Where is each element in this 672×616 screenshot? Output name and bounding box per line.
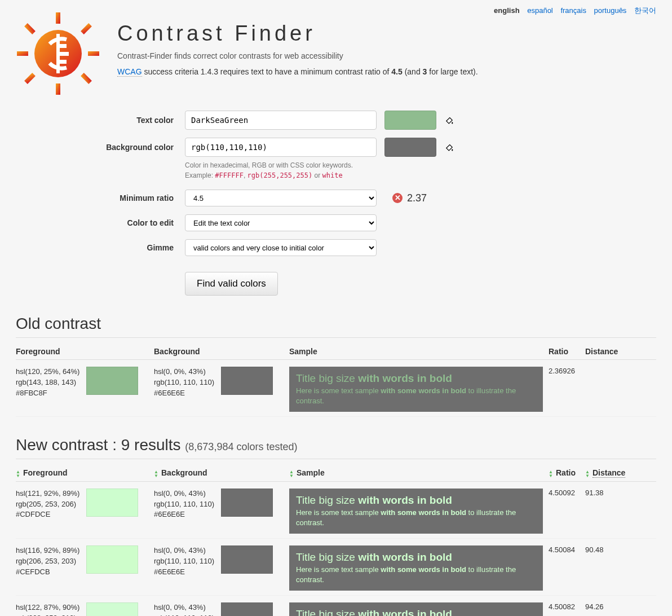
ratio-value: 4.50082	[549, 602, 585, 611]
wcag-note: WCAG success criteria 1.4.3 requires tex…	[117, 67, 478, 76]
text-color-label: Text color	[16, 116, 185, 125]
paint-bucket-icon[interactable]	[444, 115, 454, 125]
distance-value: 91.38	[585, 489, 627, 497]
sample-box: Title big size with words in bold Here i…	[289, 545, 543, 591]
th-sample: Sample	[289, 347, 549, 356]
fg-values: hsl(116, 92%, 89%)rgb(206, 253, 203)#CEF…	[16, 545, 79, 578]
header: Contrast Finder Contrast-Finder finds co…	[16, 11, 656, 96]
svg-rect-4	[24, 23, 36, 34]
sort-icon	[289, 470, 295, 478]
fg-swatch	[86, 367, 138, 395]
sort-icon	[154, 470, 160, 478]
fg-values: hsl(122, 87%, 90%)rgb(208, 252, 210)#D0F…	[16, 602, 79, 616]
svg-rect-3	[88, 51, 99, 56]
svg-rect-9	[56, 44, 67, 48]
fg-values: hsl(120, 25%, 64%)rgb(143, 188, 143)#8FB…	[16, 367, 79, 399]
sample-box: Title big size with words in bold Here i…	[289, 367, 543, 412]
bg-swatch	[221, 602, 273, 616]
sample-box: Title big size with words in bold Here i…	[289, 489, 543, 534]
bg-values: hsl(0, 0%, 43%)rgb(110, 110, 110)#6E6E6E	[154, 489, 214, 521]
submit-button[interactable]: Find valid colors	[185, 272, 278, 296]
sort-icon	[549, 470, 554, 478]
sort-icon	[16, 470, 21, 478]
bg-swatch	[221, 545, 273, 574]
lang-english[interactable]: english	[494, 6, 520, 15]
table-row: hsl(122, 87%, 90%)rgb(208, 252, 210)#D0F…	[16, 596, 656, 616]
table-row: hsl(116, 92%, 89%)rgb(206, 253, 203)#CEF…	[16, 539, 656, 596]
color-help-text: Color in hexadecimal, RGB or with CSS co…	[185, 160, 656, 181]
wcag-link[interactable]: WCAG	[117, 67, 142, 77]
svg-rect-10	[56, 52, 69, 56]
table-row: hsl(120, 25%, 64%)rgb(143, 188, 143)#8FB…	[16, 360, 656, 417]
lang-espanol[interactable]: español	[527, 6, 553, 15]
sample-box: Title big size with words in bold Here i…	[289, 602, 543, 616]
distance-value: 94.26	[585, 602, 627, 611]
page-subtitle: Contrast-Finder finds correct color cont…	[117, 51, 478, 60]
sort-icon	[585, 470, 591, 478]
th-background[interactable]: Background	[154, 468, 289, 477]
svg-rect-11	[56, 60, 67, 64]
bg-values: hsl(0, 0%, 43%)rgb(110, 110, 110)#6E6E6E	[154, 602, 214, 616]
th-ratio: Ratio	[549, 347, 585, 356]
old-contrast-title: Old contrast	[16, 315, 656, 333]
lang-portugues[interactable]: português	[594, 6, 627, 15]
bg-color-label: Background color	[16, 143, 185, 152]
th-distance[interactable]: Distance	[585, 468, 627, 477]
fg-swatch	[86, 602, 138, 616]
svg-rect-7	[81, 73, 92, 84]
bg-color-input[interactable]	[185, 138, 377, 157]
form: Text color Background color Color in hex…	[16, 111, 656, 296]
gimme-select[interactable]: valid colors and very close to initial c…	[185, 239, 377, 256]
fg-values: hsl(121, 92%, 89%)rgb(205, 253, 206)#CDF…	[16, 489, 79, 521]
fail-icon: ✕	[392, 193, 403, 203]
bg-swatch	[221, 489, 273, 517]
bg-color-swatch	[384, 138, 436, 157]
lang-korean[interactable]: 한국어	[634, 6, 656, 15]
bg-values: hsl(0, 0%, 43%)rgb(110, 110, 110)#6E6E6E	[154, 367, 214, 399]
edit-label: Color to edit	[16, 218, 185, 227]
gimme-label: Gimme	[16, 243, 185, 252]
th-background: Background	[154, 347, 289, 356]
ratio-result: 2.37	[407, 192, 427, 204]
ratio-label: Minimum ratio	[16, 193, 185, 203]
edit-select[interactable]: Edit the text color	[185, 214, 377, 231]
distance-value: 90.48	[585, 545, 627, 554]
fg-swatch	[86, 489, 138, 517]
page-title: Contrast Finder	[117, 21, 478, 46]
bg-values: hsl(0, 0%, 43%)rgb(110, 110, 110)#6E6E6E	[154, 545, 214, 578]
th-sample[interactable]: Sample	[289, 468, 549, 477]
table-row: hsl(121, 92%, 89%)rgb(205, 253, 206)#CDF…	[16, 482, 656, 539]
svg-rect-0	[56, 12, 60, 24]
svg-rect-1	[56, 83, 60, 95]
text-color-swatch	[384, 111, 436, 130]
logo-icon	[16, 11, 100, 96]
th-ratio[interactable]: Ratio	[549, 468, 585, 477]
th-foreground: Foreground	[16, 347, 154, 356]
ratio-value: 2.36926	[549, 367, 585, 375]
fg-swatch	[86, 545, 138, 574]
ratio-value: 4.50092	[549, 489, 585, 497]
th-foreground[interactable]: Foreground	[16, 468, 154, 477]
bg-swatch	[221, 367, 273, 395]
ratio-select[interactable]: 4.5	[185, 190, 377, 206]
svg-rect-6	[24, 73, 36, 84]
lang-francais[interactable]: français	[560, 6, 586, 15]
old-contrast-table: Foreground Background Sample Ratio Dista…	[16, 344, 656, 417]
svg-rect-5	[81, 23, 92, 34]
th-distance: Distance	[585, 347, 627, 356]
new-contrast-title: New contrast : 9 results (8,673,984 colo…	[16, 436, 656, 454]
new-contrast-table: Foreground Background Sample Ratio Dista…	[16, 465, 656, 616]
ratio-value: 4.50084	[549, 545, 585, 554]
text-color-input[interactable]	[185, 111, 377, 130]
paint-bucket-icon[interactable]	[444, 142, 454, 152]
svg-rect-2	[17, 51, 28, 56]
